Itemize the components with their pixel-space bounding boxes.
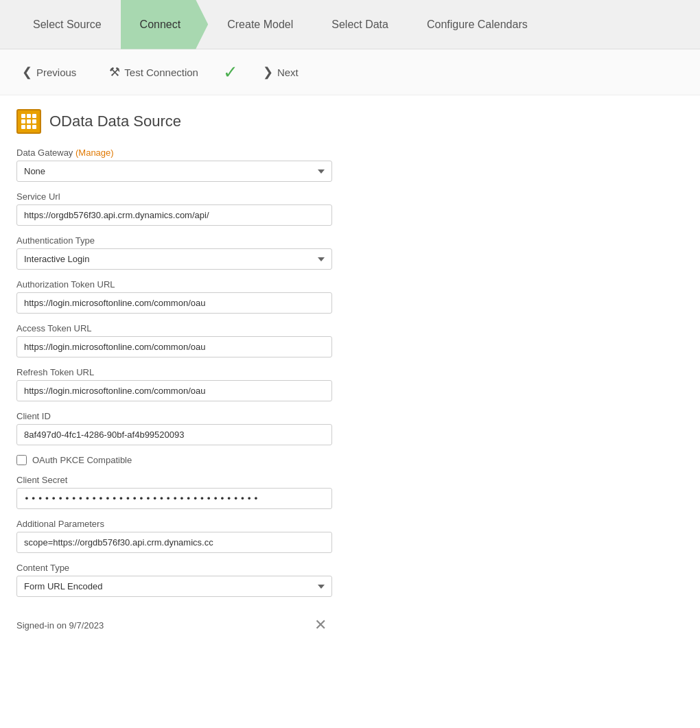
- data-gateway-select[interactable]: None: [16, 161, 332, 182]
- nav-configure-calendars[interactable]: Configure Calendars: [408, 0, 547, 49]
- content-type-label: Content Type: [16, 563, 339, 573]
- main-content: OData Data Source Data Gateway (Manage) …: [0, 95, 700, 650]
- next-button[interactable]: ❯ Next: [255, 60, 307, 84]
- test-connection-button[interactable]: ⚒ Test Connection: [101, 60, 207, 84]
- manage-link[interactable]: (Manage): [75, 148, 114, 158]
- nav-connect-label: Connect: [140, 19, 181, 31]
- access-token-url-input[interactable]: [16, 336, 332, 357]
- nav-select-data[interactable]: Select Data: [312, 0, 408, 49]
- footer-row: Signed-in on 9/7/2023 ✕: [16, 613, 332, 637]
- close-button[interactable]: ✕: [309, 613, 332, 637]
- auth-type-select[interactable]: Interactive Login: [16, 248, 332, 270]
- previous-icon: ❮: [22, 64, 32, 80]
- odata-icon: [16, 109, 41, 134]
- service-url-input[interactable]: [16, 204, 332, 226]
- next-icon: ❯: [263, 64, 273, 80]
- content-type-wrapper: Form URL Encoded: [16, 576, 332, 597]
- previous-label: Previous: [36, 67, 76, 78]
- oauth-pkce-checkbox[interactable]: [16, 455, 27, 465]
- data-gateway-wrapper: None: [16, 161, 332, 182]
- oauth-pkce-label: OAuth PKCE Compatible: [32, 455, 132, 465]
- test-connection-label: Test Connection: [124, 67, 198, 78]
- client-id-input[interactable]: [16, 424, 332, 445]
- refresh-token-url-label: Refresh Token URL: [16, 367, 339, 377]
- service-url-label: Service Url: [16, 191, 339, 202]
- content-type-select[interactable]: Form URL Encoded: [16, 576, 332, 597]
- test-connection-icon: ⚒: [109, 64, 120, 80]
- auth-type-wrapper: Interactive Login: [16, 248, 332, 270]
- auth-token-url-input[interactable]: [16, 292, 332, 314]
- nav-select-data-label: Select Data: [331, 19, 388, 31]
- auth-token-url-label: Authorization Token URL: [16, 279, 339, 290]
- signed-in-text: Signed-in on 9/7/2023: [16, 620, 104, 631]
- page-title: OData Data Source: [49, 113, 181, 130]
- page-title-row: OData Data Source: [16, 109, 684, 134]
- client-id-label: Client ID: [16, 411, 339, 421]
- data-gateway-label: Data Gateway (Manage): [16, 148, 339, 158]
- nav-select-source[interactable]: Select Source: [14, 0, 121, 49]
- top-navigation: Select Source Connect Create Model Selec…: [0, 0, 700, 49]
- refresh-token-url-input[interactable]: [16, 380, 332, 401]
- nav-create-model[interactable]: Create Model: [208, 0, 312, 49]
- form-section: Data Gateway (Manage) None Service Url A…: [16, 148, 339, 637]
- next-label: Next: [277, 67, 299, 78]
- connection-status-icon: ✓: [223, 62, 238, 83]
- nav-configure-calendars-label: Configure Calendars: [427, 19, 528, 31]
- previous-button[interactable]: ❮ Previous: [14, 60, 84, 84]
- auth-type-label: Authentication Type: [16, 235, 339, 246]
- additional-params-input[interactable]: [16, 532, 332, 553]
- oauth-pkce-row: OAuth PKCE Compatible: [16, 455, 339, 465]
- client-secret-label: Client Secret: [16, 475, 339, 485]
- access-token-url-label: Access Token URL: [16, 323, 339, 333]
- client-secret-input[interactable]: [16, 488, 332, 509]
- additional-params-label: Additional Parameters: [16, 519, 339, 529]
- toolbar: ❮ Previous ⚒ Test Connection ✓ ❯ Next: [0, 49, 700, 95]
- nav-create-model-label: Create Model: [227, 19, 293, 31]
- nav-connect[interactable]: Connect: [121, 0, 209, 49]
- nav-select-source-label: Select Source: [33, 19, 102, 31]
